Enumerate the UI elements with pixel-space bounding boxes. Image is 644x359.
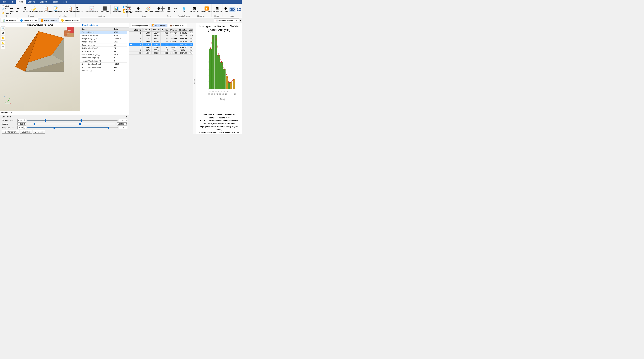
col-wedge-h[interactable]: Wedg... [160,28,169,31]
redo-button[interactable]: ↪ Redo [15,6,21,13]
export-csv-button[interactable]: 📤 Export to CSV... [168,24,187,27]
tile-vertically-window-button[interactable]: ⊟ Tile Vertically [212,6,223,13]
tab-file[interactable]: File [8,0,16,4]
tabs-dropdown[interactable]: ▾ [240,19,241,21]
result-row[interactable]: Wedge Weight (kN)17484.14 [80,37,129,40]
filter-collapse-btn[interactable]: ▲ [126,116,128,118]
result-row[interactable]: Slope Angle (°)65 [80,50,129,53]
report-generator-button[interactable]: 📝 Report Generator [48,6,63,13]
display-group-label: Display [28,15,34,17]
undo-button[interactable]: ↩ Undo [8,6,14,13]
result-name: Unit Weight (kN/m3) [80,47,112,50]
result-row[interactable]: Wedge Height (m)14.23 [80,40,129,43]
save-filter-button[interactable]: Save filter [20,130,32,134]
table-row[interactable]: 8 0.876 676.24 11.3 11704... 10250... Jo… [130,49,193,52]
volume-min-input[interactable]: 250 ▲▼ [18,122,26,125]
selection-filter-button[interactable]: 🔽 Selection Filter [200,6,213,13]
col-factor[interactable]: Fact... ▾ [142,28,152,31]
volume-max-input[interactable]: 1294.32 ▲▼ [117,122,128,125]
col-joint[interactable]: Joint I... [188,28,193,31]
delete-joint-button[interactable]: 🗑 Delete [166,6,172,13]
result-row[interactable]: Failure Plane Angle (°)45.19 [80,53,129,56]
result-row[interactable]: Factor of Safety0.763 [80,31,129,34]
bar-8 [228,82,230,89]
fos-min-input[interactable]: 0.375 ▲▼ [18,119,26,122]
table-row[interactable]: ▶ 6 0.763 672.47 14.23 12511... 9541.96 … [130,43,193,46]
zoom-tool[interactable]: 🔍 [1,26,5,30]
cell-factor: 1.014 [142,52,152,54]
tile-vertically-button[interactable]: ⊞ Tile Vertically [189,6,200,13]
filter-options-button[interactable]: 🔽 Filter options [151,24,167,27]
slope-properties-button[interactable]: ⚙ Properties [134,6,143,13]
project-settings-button[interactable]: ⚙ Project Settings [70,6,84,13]
result-row[interactable]: Sliding Direction (Plung45.69 [80,66,129,69]
cell-wedge-vol: 381.39 [152,52,160,54]
table-row[interactable]: 5 0.688 415.44 15 8108.93 5574.99 Joint … [130,40,193,43]
wedge-height-max-input[interactable]: 15 ▲▼ [119,126,128,129]
edit-joint-button[interactable]: ✏ Edit [172,6,178,13]
tab-toppling-analysis[interactable]: 🟡 Toppling Analysis [59,18,80,22]
table-row[interactable]: 4 1.1 522.41 7.91 8650.88 8650.88 Joint … [130,37,193,40]
view-2d-button[interactable]: 2D [236,7,242,12]
col-wedge-vol[interactable]: Wed... ▾ [152,28,160,31]
phreatic-icon: 💧 [182,7,186,10]
volume-slider[interactable] [27,124,116,124]
geometry-button[interactable]: 🔺 Geometry [125,6,134,13]
all-analyses-icon: 📊 [114,7,119,10]
results-details-header[interactable]: Result details >> [80,23,129,27]
histogram-tab-close[interactable]: ✕ [236,19,237,21]
dark-mode-button[interactable]: 🌙 Dark Mode [29,6,38,13]
full-filter-editor-button[interactable]: Full filter editor... [2,130,19,134]
col-resisting[interactable]: Resisti... [178,28,188,31]
bar-3 [215,35,217,89]
tab-support[interactable]: Support [38,0,49,4]
view-options-button[interactable]: ⚙ Options [222,6,229,13]
orientations-button[interactable]: 🧭 Orientations [143,6,154,13]
wedge-height-slider[interactable] [27,127,118,128]
tab-loading[interactable]: Loading [26,0,38,4]
cell-block-id: 6 [133,43,142,46]
result-row[interactable]: Slope Height (m)15 [80,43,129,47]
table-row[interactable]: 7 0.843 332.03 11.25 5866.36 4948.13 Joi… [130,46,193,49]
geometry-icon: 🔺 [127,7,132,10]
table-row[interactable]: 3 0.686 376.08 15 7346.83 5041.27 Joint … [130,34,193,37]
col-block-id[interactable]: Block ID [133,28,142,31]
col-driving[interactable]: Drivin... [169,28,178,31]
tab-home[interactable]: Home [16,0,26,4]
result-row[interactable]: Sliding Direction (Trend:195.65 [80,62,129,66]
result-row[interactable]: Unit Weight (kN/m3)26 [80,47,129,50]
add-joint-button[interactable]: ➕ Add [160,6,166,13]
nav-cube[interactable]: FRONT RighT [64,26,75,38]
sensitivity-analysis-button[interactable]: 📈 Sensitivity Analysis [84,6,99,13]
manage-columns-button[interactable]: ⊞ Manage columns [130,24,150,27]
tab-all-analyses[interactable]: 📊 All Analyses [1,18,18,22]
select-tool[interactable]: ⬚ [1,45,5,49]
fos-slider[interactable] [27,120,118,121]
fos-max-input[interactable]: 1.2 ▲▼ [119,119,128,122]
result-row[interactable]: Wedge Volume (m3)672.47 [80,34,129,37]
col-arrow [130,28,133,31]
tab-planar-analysis[interactable]: 🟠 Planar Analysis [39,18,58,22]
pan-tool[interactable]: ✋ [1,36,5,40]
scale-block-button[interactable]: ⬛ Scale Block [100,6,110,13]
histogram-tab[interactable]: 📊 Histogram (Planar) ✕ [214,18,239,22]
rotate-tool[interactable]: ↺ [1,31,5,35]
result-row[interactable]: Upper Face Angle (°)0 [80,56,129,59]
tab-help[interactable]: Help [60,0,70,4]
svg-text:0.7523: 0.7523 [215,91,217,93]
table-row[interactable]: 10 1.014 381.39 8.72 6050.69 6137.88 Joi… [130,52,193,54]
result-row[interactable]: Waviness (°)0 [80,69,129,72]
wedge-height-min-input[interactable]: 5.62 ▲▼ [18,126,26,129]
all-analyses-button[interactable]: 📊 All Analyses [111,6,122,13]
tab-results[interactable]: Results [49,0,60,4]
view-3d-button[interactable]: 3D [230,7,236,12]
clear-filter-button[interactable]: Clear filter [33,130,45,134]
tab-wedge-analysis[interactable]: 🔷 Wedge Analysis [18,18,38,22]
options-display-button[interactable]: ⚙ Options [21,6,28,13]
result-row[interactable]: Tension Crack Angle (°)0 [80,59,129,62]
open-phreatic-button[interactable]: 💧 Open [181,6,187,13]
new-button[interactable]: New [0,0,8,4]
measure-tool[interactable]: 📐 [1,40,5,44]
table-row[interactable]: 2 1.083 530.03 8.09 8063.14 8731.42 Join… [130,31,193,34]
bar-1 [209,49,212,89]
